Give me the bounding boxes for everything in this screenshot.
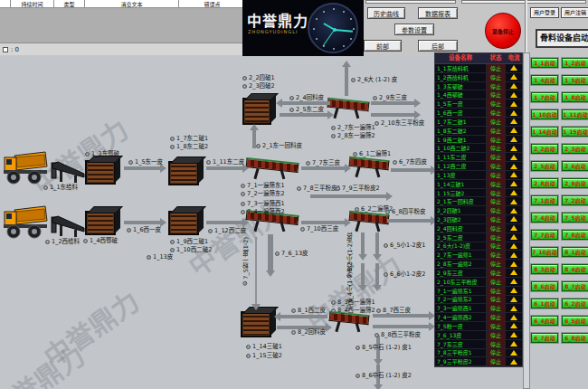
top-partial-button[interactable] xyxy=(365,0,456,4)
status-indicator-icon xyxy=(393,160,397,165)
device-row[interactable]: 1_2西给料机停止 xyxy=(435,73,522,82)
crusher-icon[interactable] xyxy=(168,161,199,185)
device-start-button[interactable]: 2_9启动 xyxy=(562,178,588,188)
device-start-button[interactable]: 2_2启动 xyxy=(531,144,558,154)
user-login-button[interactable]: 用户登录 xyxy=(530,7,559,18)
device-row[interactable]: 1_14三破1停止 xyxy=(435,180,522,189)
device-start-button[interactable]: 8_1启动 xyxy=(562,247,588,257)
crusher-icon[interactable] xyxy=(241,311,271,337)
device-start-button[interactable]: 1_14启动 xyxy=(531,127,558,137)
device-start-button[interactable]: 1_11启动 xyxy=(562,109,588,119)
jaw-crusher-icon[interactable] xyxy=(85,160,116,185)
jaw-crusher-icon[interactable] xyxy=(85,211,116,235)
device-start-button[interactable]: 7_10启动 xyxy=(531,247,558,257)
device-row[interactable]: 2_9东三皮停止 xyxy=(435,269,522,278)
dump-truck-icon[interactable] xyxy=(2,203,49,241)
device-row[interactable]: 2_4回料皮停止 xyxy=(435,224,522,233)
device-start-button[interactable]: 1_7启动 xyxy=(531,92,558,102)
panel-scrollbar[interactable] xyxy=(523,52,530,389)
status-indicator-icon xyxy=(297,186,301,191)
vibrating-screen-icon[interactable] xyxy=(329,311,369,333)
vibrating-feeder-icon[interactable] xyxy=(51,214,85,238)
dump-truck-icon[interactable] xyxy=(2,148,49,186)
device-row[interactable]: 2_7东一遍筛1停止 xyxy=(435,251,522,260)
device-row[interactable]: 1_10西二破2停止 xyxy=(435,144,522,153)
device-row[interactable]: 2_10东三平粉皮停止 xyxy=(435,278,522,287)
device-row[interactable]: 1_5东一皮停止 xyxy=(435,100,522,109)
device-start-button[interactable]: 2_6启动 xyxy=(562,161,588,171)
device-row[interactable]: 2_6大(1-2)皮停止 xyxy=(435,242,522,251)
device-row[interactable]: 7_8三平粉皮1停止 xyxy=(435,349,522,358)
device-start-button[interactable]: 7_4启动 xyxy=(531,213,558,223)
device-row[interactable]: 1_9西二破1停止 xyxy=(435,136,522,145)
device-row[interactable]: 7_7东三皮停止 xyxy=(435,340,522,349)
device-row[interactable]: 2_2四破1停止 xyxy=(435,206,522,215)
vibrating-feeder-icon[interactable] xyxy=(51,160,85,184)
parameter-settings-button[interactable]: 参数设置 xyxy=(394,24,434,35)
device-start-button[interactable]: 7_7启动 xyxy=(531,230,558,240)
top-partial-button[interactable] xyxy=(461,0,586,4)
device-start-button[interactable]: 8_3启动 xyxy=(531,264,558,274)
device-start-button[interactable]: 6_7启动 xyxy=(531,333,558,343)
rear-section-button[interactable]: 后部 xyxy=(418,40,458,52)
device-row[interactable]: 1_6西一皮停止 xyxy=(435,109,522,118)
status-indicator-icon xyxy=(291,308,296,313)
device-start-button[interactable]: 8_7启动 xyxy=(562,281,588,291)
device-row[interactable]: 1_4西鄂破停止 xyxy=(435,90,522,100)
device-start-button[interactable]: 6_2启动 xyxy=(562,299,588,308)
device-start-button[interactable]: 6_1启动 xyxy=(531,299,558,308)
status-indicator-icon xyxy=(355,207,359,212)
device-row[interactable]: 2_8东一遍筛2停止 xyxy=(435,260,522,269)
front-section-button[interactable]: 前部 xyxy=(364,40,402,52)
device-start-button[interactable]: 2_8启动 xyxy=(531,178,558,188)
device-start-button[interactable]: 8_6启动 xyxy=(531,281,558,291)
device-row[interactable]: 2_1东一回料皮停止 xyxy=(435,197,522,206)
device-row[interactable]: 7_6_13皮停止 xyxy=(435,331,522,340)
device-row[interactable]: 1_15三破2停止 xyxy=(435,189,522,198)
user-logout-button[interactable]: 用户注销 xyxy=(561,7,588,18)
device-row[interactable]: 1_12西二皮停止 xyxy=(435,162,522,171)
device-start-button[interactable]: 7_2启动 xyxy=(562,195,588,205)
device-row[interactable]: 1_11东二皮停止 xyxy=(435,153,522,162)
status-indicator-icon xyxy=(289,96,294,100)
device-row[interactable]: 7_1一遍筛东1停止 xyxy=(435,287,522,296)
device-start-button[interactable]: 1_10启动 xyxy=(531,109,558,119)
device-row[interactable]: 1_8东二破2停止 xyxy=(435,127,522,136)
device-start-button[interactable]: 6_8启动 xyxy=(562,333,588,343)
device-start-button[interactable]: 1_5启动 xyxy=(562,75,588,85)
device-row[interactable]: 7_3一遍筛西1停止 xyxy=(435,304,522,313)
device-start-button[interactable]: 1_8启动 xyxy=(562,92,588,102)
vibrating-screen-icon[interactable] xyxy=(349,211,389,232)
device-row[interactable]: 7_2一遍筛东2停止 xyxy=(435,296,522,305)
device-start-button[interactable]: 6_5启动 xyxy=(562,316,588,326)
device-start-button[interactable]: 2_3启动 xyxy=(562,144,588,154)
vibrating-screen-icon[interactable] xyxy=(246,158,299,180)
device-row[interactable]: 1_7东二破1停止 xyxy=(435,118,522,127)
device-row[interactable]: 2_5东二皮停止 xyxy=(435,233,522,242)
data-report-button[interactable]: 数据报表 xyxy=(418,7,458,19)
device-row[interactable]: 1_1东给料机停止 xyxy=(435,64,522,73)
crusher-icon[interactable] xyxy=(168,211,199,235)
crusher-icon[interactable] xyxy=(242,98,271,125)
device-start-button[interactable]: 7_8启动 xyxy=(562,230,588,240)
device-start-button[interactable]: 6_4启动 xyxy=(531,316,558,326)
device-start-button[interactable]: 1_2启动 xyxy=(562,58,588,68)
device-start-button[interactable]: 8_4启动 xyxy=(562,264,588,274)
device-row[interactable]: 7_4一遍筛西2停止 xyxy=(435,313,522,322)
device-start-button[interactable]: 2_5启动 xyxy=(531,161,558,171)
device-row[interactable]: 1_3东鄂破停止 xyxy=(435,82,522,91)
column-current: 电流 xyxy=(506,53,522,63)
alarm-filter-icon[interactable] xyxy=(3,47,8,52)
device-start-button[interactable]: 7_1启动 xyxy=(531,195,558,205)
device-row[interactable]: 1_13皮停止 xyxy=(435,171,522,180)
emergency-stop-button[interactable]: 紧急停止 xyxy=(485,13,521,49)
device-row[interactable]: 7_9三平粉皮2停止 xyxy=(435,357,522,366)
vibrating-screen-icon[interactable] xyxy=(349,157,389,178)
device-start-button[interactable]: 1_4启动 xyxy=(531,75,558,85)
device-start-button[interactable]: 7_5启动 xyxy=(562,213,588,223)
device-start-button[interactable]: 1_1启动 xyxy=(531,58,558,68)
history-curve-button[interactable]: 历史曲线 xyxy=(367,7,405,19)
device-start-button[interactable]: 1_15启动 xyxy=(562,127,588,137)
device-row[interactable]: 7_5粉一皮停止 xyxy=(435,322,522,331)
device-row[interactable]: 2_3四破2停止 xyxy=(435,215,522,224)
